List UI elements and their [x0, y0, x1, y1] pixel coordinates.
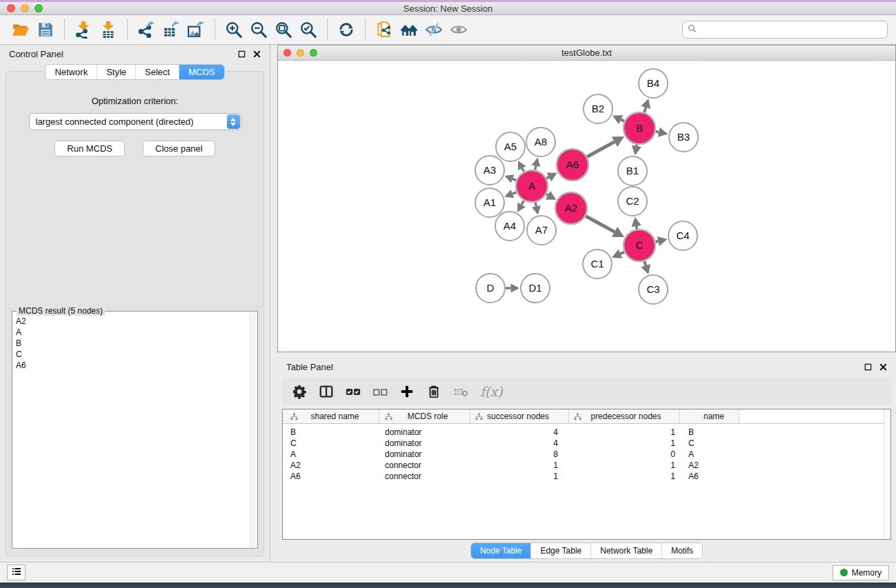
delete-table-button[interactable]	[453, 384, 468, 399]
result-item[interactable]: A	[16, 327, 257, 338]
table-tab-motifs[interactable]: Motifs	[661, 543, 702, 558]
float-panel-icon[interactable]	[238, 50, 246, 58]
graph-node-label: C3	[646, 283, 659, 295]
column-header-successor-nodes[interactable]: successor nodes	[470, 409, 569, 423]
graph-node-label: A	[528, 180, 535, 192]
cytoscape-window: Session: New Session Control Panel Netwo…	[0, 0, 896, 588]
zoom-in-button[interactable]	[221, 18, 246, 41]
table-scrollbar[interactable]	[884, 409, 890, 539]
tab-select[interactable]: Select	[135, 65, 179, 79]
graph-node-label: B4	[647, 77, 659, 89]
table-cell: connector	[379, 472, 470, 481]
result-scrollbar[interactable]	[250, 312, 257, 547]
zoom-selected-button[interactable]	[296, 18, 321, 41]
table-row[interactable]: Bdominator41B	[283, 427, 890, 438]
graph-edge-C-C4[interactable]	[655, 241, 658, 242]
graph-edge-A-A5[interactable]	[522, 168, 524, 172]
graph-edge-A-A6[interactable]	[546, 177, 549, 179]
run-mcds-button[interactable]: Run MCDS	[54, 141, 125, 156]
delete-column-button[interactable]	[426, 384, 441, 399]
criterion-dropdown[interactable]: largest connected component (directed)	[29, 113, 241, 130]
close-table-panel-icon[interactable]	[879, 363, 887, 371]
column-header-name[interactable]: name	[679, 409, 739, 423]
graph-edge-A-A7[interactable]	[535, 202, 536, 206]
graph-edge-A-A4[interactable]	[521, 201, 524, 205]
zoom-window-dot[interactable]	[34, 4, 43, 12]
close-panel-button[interactable]: Close panel	[143, 141, 215, 156]
zoom-out-button[interactable]	[246, 18, 271, 41]
control-panel: Control Panel NetworkStyleSelectMCDS Opt…	[0, 45, 270, 562]
uncheck-pair-button[interactable]	[372, 384, 388, 399]
graph-edge-A2-C[interactable]	[586, 216, 615, 232]
export-image-button[interactable]	[183, 18, 208, 41]
gear-button[interactable]	[292, 384, 307, 399]
table-row[interactable]: Cdominator41C	[283, 438, 890, 449]
graph-edge-A6-B[interactable]	[587, 142, 615, 157]
show-hidden-button[interactable]	[446, 18, 471, 41]
table-tab-node-table[interactable]: Node Table	[471, 543, 531, 558]
import-table-button[interactable]	[96, 18, 121, 41]
table-tab-edge-table[interactable]: Edge Table	[530, 543, 590, 558]
graph-node-label: A2	[565, 202, 577, 214]
task-history-button[interactable]	[7, 565, 26, 580]
minimize-window-dot[interactable]	[21, 4, 29, 12]
export-table-button[interactable]	[159, 18, 183, 41]
tab-mcds[interactable]: MCDS	[179, 65, 223, 79]
table-row[interactable]: A2connector11A2	[283, 460, 890, 471]
graph-node-label: A3	[484, 164, 496, 176]
result-item[interactable]: B	[16, 338, 257, 349]
graph-edge-B-B3[interactable]	[656, 132, 659, 132]
save-session-button[interactable]	[33, 18, 58, 41]
table-toolbar: f(x)	[282, 378, 891, 405]
result-item[interactable]: A2	[16, 316, 257, 327]
column-header-MCDS-role[interactable]: MCDS role	[379, 409, 470, 423]
import-network-button[interactable]	[71, 18, 96, 41]
result-item[interactable]: A6	[16, 360, 257, 371]
open-file-button[interactable]	[8, 18, 33, 41]
search-input[interactable]	[697, 25, 883, 35]
graph-edge-C-C1[interactable]	[620, 252, 624, 254]
split-table-button[interactable]	[319, 384, 334, 399]
network-close-dot[interactable]	[283, 49, 291, 57]
window-titlebar: Session: New Session	[0, 0, 896, 15]
add-column-button[interactable]	[399, 384, 415, 399]
main-toolbar	[0, 15, 896, 45]
table-row[interactable]: A6connector11A6	[283, 471, 890, 482]
search-field[interactable]	[682, 21, 888, 39]
column-header-shared-name[interactable]: shared name	[283, 409, 379, 423]
table-cell: A6	[679, 472, 739, 481]
close-panel-icon[interactable]	[253, 50, 261, 58]
graph-node-label: D1	[528, 282, 541, 294]
network-graph[interactable]: A5A8A3A1A4A7AA6A2B2B4B3B1BC2C4C1C3CDD1	[278, 61, 895, 353]
close-window-dot[interactable]	[7, 4, 15, 12]
graph-edge-C-C2[interactable]	[637, 226, 637, 229]
toolbar-separator	[127, 19, 128, 40]
graph-edge-B-B2[interactable]	[621, 119, 624, 121]
result-item[interactable]: C	[16, 349, 257, 360]
tab-network[interactable]: Network	[46, 65, 97, 79]
criterion-dropdown-value: largest connected component (directed)	[36, 116, 194, 127]
graph-edge-A-A1[interactable]	[512, 192, 517, 194]
function-builder-button[interactable]: f(x)	[480, 384, 503, 399]
refresh-button[interactable]	[334, 18, 359, 41]
table-tab-network-table[interactable]: Network Table	[590, 543, 661, 558]
tab-style[interactable]: Style	[97, 65, 135, 79]
float-table-panel-icon[interactable]	[864, 363, 872, 371]
graph-edge-B-B4[interactable]	[644, 108, 646, 112]
network-minimize-dot[interactable]	[297, 49, 304, 57]
column-header-predecessor-nodes[interactable]: predecessor nodes	[569, 409, 679, 423]
network-zoom-dot[interactable]	[310, 49, 317, 57]
export-network-button[interactable]	[134, 18, 159, 41]
graph-edge-A-A2[interactable]	[546, 194, 548, 195]
memory-button[interactable]: Memory	[833, 565, 889, 580]
zoom-fit-button[interactable]	[271, 18, 296, 41]
hide-selected-button[interactable]	[421, 18, 446, 41]
network-canvas[interactable]: A5A8A3A1A4A7AA6A2B2B4B3B1BC2C4C1C3CDD1	[278, 61, 895, 352]
graph-edge-A-A8[interactable]	[535, 166, 536, 170]
network-from-selection-button[interactable]	[372, 18, 397, 41]
graph-edge-C-C3[interactable]	[644, 261, 646, 265]
first-neighbors-button[interactable]	[397, 18, 421, 41]
graph-edge-A-A3[interactable]	[512, 179, 516, 180]
check-pair-button[interactable]	[346, 384, 361, 399]
table-row[interactable]: Adominator80A	[283, 449, 890, 460]
